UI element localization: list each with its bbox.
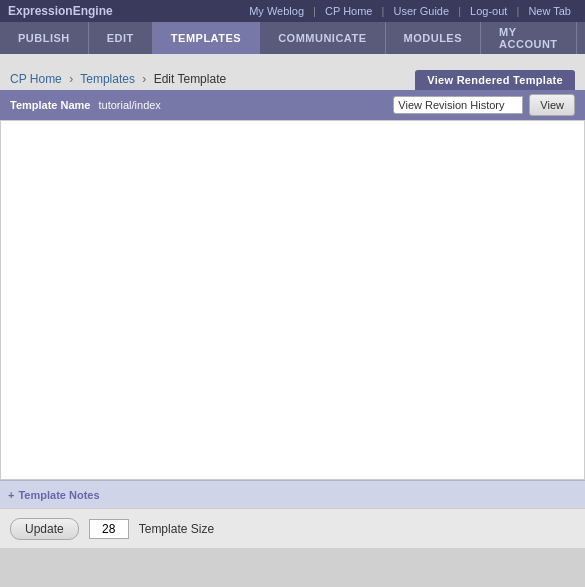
nav-publish[interactable]: PUBLISH bbox=[0, 22, 89, 54]
template-name-bar: Template Name tutorial/index View Revisi… bbox=[0, 90, 585, 120]
breadcrumb: CP Home › Templates › Edit Template bbox=[10, 72, 415, 90]
template-notes-bar: + Template Notes bbox=[0, 480, 585, 508]
top-bar-links: My Weblog | CP Home | User Guide | Log-o… bbox=[243, 5, 577, 17]
breadcrumb-bar: CP Home › Templates › Edit Template View… bbox=[0, 54, 585, 90]
main-nav: PUBLISH EDIT TEMPLATES COMMUNICATE MODUL… bbox=[0, 22, 585, 54]
template-size-label: Template Size bbox=[139, 522, 214, 536]
template-bar-right: View Revision History View bbox=[393, 94, 575, 116]
template-notes-toggle[interactable]: + Template Notes bbox=[8, 489, 100, 501]
revision-history-select[interactable]: View Revision History bbox=[393, 96, 523, 114]
template-size-input[interactable] bbox=[89, 519, 129, 539]
nav-my-account[interactable]: MY ACCOUNT bbox=[481, 22, 577, 54]
revision-history-wrapper: View Revision History bbox=[393, 96, 523, 114]
app-logo: ExpressionEngine bbox=[8, 4, 113, 18]
cp-home-link[interactable]: CP Home bbox=[319, 5, 378, 17]
view-rendered-template-tab[interactable]: View Rendered Template bbox=[415, 70, 575, 90]
nav-communicate[interactable]: COMMUNICATE bbox=[260, 22, 385, 54]
template-notes-label: Template Notes bbox=[18, 489, 99, 501]
user-guide-link[interactable]: User Guide bbox=[387, 5, 455, 17]
nav-modules[interactable]: MODULES bbox=[386, 22, 482, 54]
template-textarea[interactable] bbox=[1, 121, 584, 479]
breadcrumb-templates[interactable]: Templates bbox=[80, 72, 135, 86]
nav-admin[interactable]: ADMIN bbox=[577, 22, 585, 54]
nav-templates[interactable]: TEMPLATES bbox=[153, 22, 260, 54]
nav-edit[interactable]: EDIT bbox=[89, 22, 153, 54]
template-editor[interactable] bbox=[0, 120, 585, 480]
footer-bar: Update Template Size bbox=[0, 508, 585, 548]
top-bar: ExpressionEngine My Weblog | CP Home | U… bbox=[0, 0, 585, 22]
log-out-link[interactable]: Log-out bbox=[464, 5, 513, 17]
update-button[interactable]: Update bbox=[10, 518, 79, 540]
breadcrumb-edit-template: Edit Template bbox=[154, 72, 227, 86]
breadcrumb-cp-home[interactable]: CP Home bbox=[10, 72, 62, 86]
new-tab-link[interactable]: New Tab bbox=[522, 5, 577, 17]
template-name-value: tutorial/index bbox=[99, 99, 161, 111]
view-button[interactable]: View bbox=[529, 94, 575, 116]
template-name-label: Template Name bbox=[10, 99, 91, 111]
plus-icon: + bbox=[8, 489, 14, 501]
my-weblog-link[interactable]: My Weblog bbox=[243, 5, 310, 17]
